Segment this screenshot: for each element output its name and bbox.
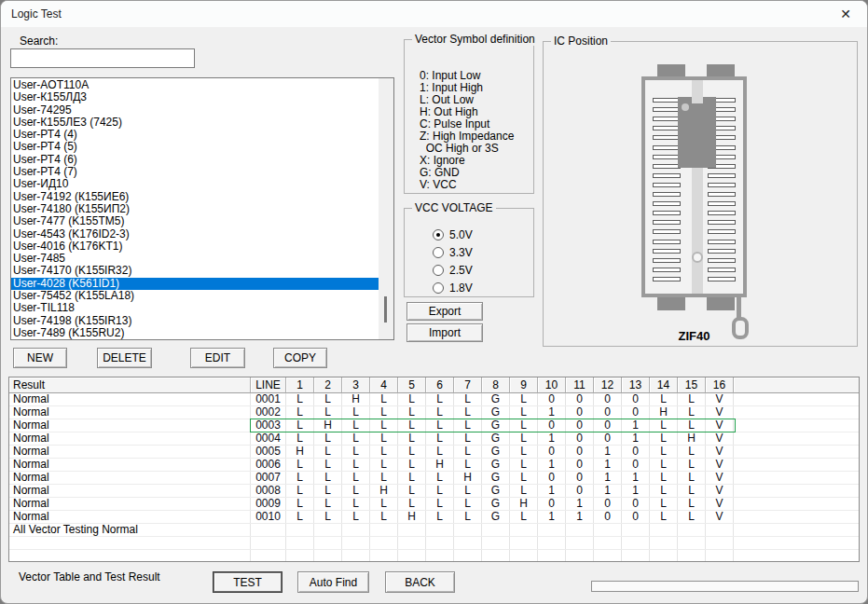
radio-option[interactable]: 5.0V xyxy=(433,226,473,243)
table-row[interactable]: Normal0008LLLHLLLGL1011LLV xyxy=(9,485,859,498)
pin-cell: L xyxy=(398,485,426,497)
auto-find-button[interactable]: Auto Find xyxy=(297,571,369,593)
edit-button[interactable]: EDIT xyxy=(190,348,245,368)
column-header[interactable]: 16 xyxy=(706,378,734,393)
pin-cell: L xyxy=(650,472,678,484)
list-item[interactable]: User-74295 xyxy=(11,104,379,117)
row-filler xyxy=(734,459,859,471)
radio-option[interactable]: 1.8V xyxy=(433,279,473,296)
pin-cell: L xyxy=(454,406,482,419)
column-header[interactable]: 5 xyxy=(398,378,426,393)
radio-icon[interactable] xyxy=(433,229,444,240)
column-header[interactable]: 6 xyxy=(426,378,454,393)
table-row[interactable]: Normal0001LLHLLLLGL0000LLV xyxy=(9,393,859,406)
column-header[interactable]: LINE xyxy=(251,378,286,393)
list-item[interactable]: User-74198 (K155IR13) xyxy=(11,315,379,327)
list-item[interactable]: User-РТ4 (6) xyxy=(11,154,379,166)
list-item[interactable]: User-74170 (K155IR32) xyxy=(11,265,379,277)
result-table[interactable]: ResultLINE12345678910111213141516 Normal… xyxy=(8,377,860,562)
column-header[interactable]: Result xyxy=(9,378,251,393)
radio-option[interactable]: 2.5V xyxy=(433,261,473,279)
pin-cell: L xyxy=(286,472,314,484)
column-header[interactable]: 8 xyxy=(482,378,510,393)
test-button[interactable]: TEST xyxy=(213,571,282,593)
export-button[interactable]: Export xyxy=(406,302,483,321)
pin-cell: 0 xyxy=(622,511,650,523)
radio-icon[interactable] xyxy=(433,247,444,258)
list-item[interactable]: User-РТ4 (4) xyxy=(11,129,379,141)
close-icon[interactable]: ✕ xyxy=(837,6,854,22)
row-filler xyxy=(734,524,859,536)
row-filler xyxy=(734,485,859,497)
new-button[interactable]: NEW xyxy=(13,348,67,368)
table-row[interactable]: Normal0005HLLLLLLGL0010LLV xyxy=(9,446,859,459)
table-row[interactable]: Normal0009LLLLLLLGH0100LLV xyxy=(9,498,859,511)
list-item[interactable]: User-4028 (K561ID1) xyxy=(11,278,379,290)
list-item[interactable]: User-TIL118 xyxy=(11,302,379,314)
column-header[interactable]: 9 xyxy=(510,378,538,393)
list-item[interactable]: User-4543 (K176ID2-3) xyxy=(11,228,379,240)
device-list[interactable]: User-AOT110AUser-К155ЛД3User-74295User-К… xyxy=(10,77,394,340)
import-button[interactable]: Import xyxy=(406,323,483,342)
list-item[interactable]: User-74192 (К155ИЕ6) xyxy=(11,191,379,203)
table-row[interactable]: Normal0007LLLLLLHGL0011LLV xyxy=(9,472,859,485)
column-header[interactable]: 15 xyxy=(678,378,706,393)
column-header[interactable]: 2 xyxy=(314,378,342,393)
list-item[interactable]: User-4016 (K176KT1) xyxy=(11,240,379,253)
pin-cell: L xyxy=(286,419,314,432)
table-row[interactable]: All Vector Testing Normal xyxy=(9,524,859,537)
column-header[interactable]: 4 xyxy=(370,378,398,393)
table-row[interactable]: Normal0010LLLLHLLGL1100LLV xyxy=(9,511,859,524)
pin-cell: H xyxy=(314,419,342,432)
list-item[interactable]: User-К155ЛД3 xyxy=(11,91,379,103)
pin-cell: 0 xyxy=(566,485,594,497)
column-header[interactable]: 14 xyxy=(650,378,678,393)
list-item[interactable]: User-75452 (K155LA18) xyxy=(11,290,379,302)
list-item[interactable]: User-74180 (К155ИП2) xyxy=(11,203,379,215)
socket-pin xyxy=(708,173,736,178)
radio-icon[interactable] xyxy=(433,282,444,294)
column-header[interactable]: 7 xyxy=(454,378,482,393)
list-scrollbar[interactable] xyxy=(379,78,393,339)
table-row[interactable]: Normal0002LLLLLLLGL1000HLV xyxy=(9,406,859,419)
list-item[interactable]: User-К155ЛЕ3 (7425) xyxy=(11,117,379,129)
line-cell: 0005 xyxy=(251,446,286,458)
column-header[interactable]: 12 xyxy=(594,378,622,393)
column-header[interactable]: 11 xyxy=(566,378,594,393)
table-row[interactable] xyxy=(9,537,859,550)
list-item[interactable]: User-7489 (K155RU2) xyxy=(11,327,379,339)
table-row[interactable]: Normal0003LHLLLLLGL0001LLV xyxy=(9,419,859,432)
column-header[interactable]: 1 xyxy=(286,378,314,393)
pin-cell: L xyxy=(370,446,398,458)
list-item[interactable]: User-РТ4 (5) xyxy=(11,141,379,153)
table-row[interactable] xyxy=(9,550,859,562)
list-item[interactable]: User-7485 xyxy=(11,253,379,265)
list-item[interactable]: User-7477 (K155TM5) xyxy=(11,215,379,227)
radio-option[interactable]: 3.3V xyxy=(433,243,473,261)
pin-cell: L xyxy=(426,498,454,510)
result-cell: Normal xyxy=(9,511,251,523)
search-input[interactable] xyxy=(10,48,195,68)
pin-cell: L xyxy=(370,472,398,484)
scrollbar-thumb[interactable] xyxy=(384,296,387,323)
column-header[interactable]: 10 xyxy=(538,378,566,393)
socket-pin xyxy=(653,107,681,112)
list-item[interactable]: User-ИД10 xyxy=(11,178,379,190)
pin-cell: V xyxy=(706,472,734,484)
copy-button[interactable]: COPY xyxy=(273,348,327,368)
pin-cell: L xyxy=(426,446,454,458)
radio-icon[interactable] xyxy=(433,265,444,276)
pin-cell: L xyxy=(314,446,342,458)
pin-cell: H xyxy=(286,446,314,458)
back-button[interactable]: BACK xyxy=(385,571,455,593)
delete-button[interactable]: DELETE xyxy=(97,348,152,368)
pin-cell xyxy=(426,524,454,536)
result-cell: Normal xyxy=(9,485,251,497)
list-item[interactable]: User-AOT110A xyxy=(11,79,379,91)
table-row[interactable]: Normal0004LLLLLLLGL1001LHV xyxy=(9,432,859,446)
list-item[interactable]: User-РТ4 (7) xyxy=(11,166,379,178)
column-header[interactable]: 13 xyxy=(622,378,650,393)
table-row[interactable]: Normal0006LLLLLHLGL1010LLV xyxy=(9,459,859,472)
column-header[interactable]: 3 xyxy=(342,378,370,393)
pin-cell xyxy=(510,524,538,536)
